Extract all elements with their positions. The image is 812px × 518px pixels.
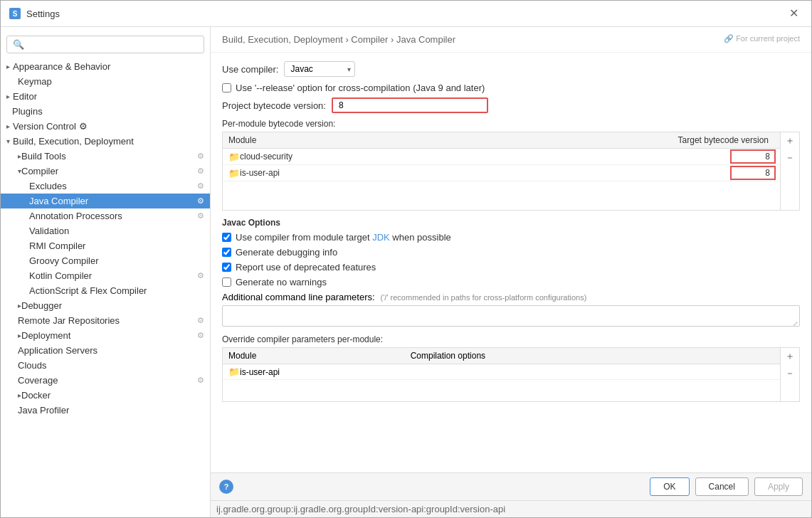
sidebar-item-java-compiler[interactable]: Java Compiler ⚙ [1, 194, 210, 208]
use-compiler-label: Use compiler: [222, 64, 278, 75]
remove-override-button[interactable]: － [781, 365, 799, 382]
use-compiler-row: Use compiler: Javac Eclipse Ajc [222, 61, 800, 77]
cross-compile-row: Use '--release' option for cross-compila… [222, 83, 800, 93]
sidebar-item-label: ActionScript & Flex Compiler [29, 285, 204, 296]
sidebar-item-groovy-compiler[interactable]: Groovy Compiler [1, 253, 210, 268]
sidebar-item-label: Deployment [21, 330, 197, 341]
sidebar-item-label: Excludes [29, 181, 197, 191]
cross-compile-checkbox[interactable] [222, 83, 231, 92]
bottom-bar: ? OK Cancel Apply [211, 472, 811, 500]
project-note: 🔗 For current project [724, 34, 800, 43]
sidebar-item-version-control[interactable]: ▸ Version Control ⚙ [1, 119, 210, 134]
sidebar-item-label: Annotation Processors [29, 211, 197, 221]
javac-check-generate-debug: Generate debugging info [222, 247, 800, 258]
main-content: Use compiler: Javac Eclipse Ajc Use '--r… [211, 53, 811, 472]
dialog-content: 🔍 ▸ Appearance & Behavior Keymap ▸ Edito… [1, 27, 811, 517]
gear-icon: ⚙ [197, 166, 204, 176]
jdk-link[interactable]: JDK [372, 232, 390, 243]
sidebar-item-label: Coverage [18, 375, 197, 386]
dialog-title: Settings [26, 9, 60, 19]
sidebar-item-label: Clouds [18, 360, 204, 371]
main-panel: Build, Execution, Deployment › Compiler … [211, 27, 811, 517]
search-box[interactable]: 🔍 [6, 36, 204, 53]
table-row[interactable]: 📁 cloud-security 8 [223, 149, 780, 165]
sidebar-item-clouds[interactable]: Clouds [1, 358, 210, 373]
additional-params-note: ('/' recommended in paths for cross-plat… [381, 293, 587, 302]
sidebar-item-label: Debugger [21, 300, 204, 311]
status-bar: ij.gradle.org.group:ij.gradle.org.groupI… [211, 500, 811, 517]
sidebar-item-actionscript[interactable]: ActionScript & Flex Compiler [1, 283, 210, 298]
expand-icon: ⤢ [793, 320, 798, 327]
sidebar-item-build-tools[interactable]: ▸ Build Tools ⚙ [1, 149, 210, 164]
sidebar-item-remote-jar[interactable]: Remote Jar Repositories ⚙ [1, 313, 210, 328]
bytecode-version-input[interactable] [332, 97, 488, 113]
chevron-icon: ▸ [6, 122, 10, 130]
add-module-button[interactable]: ＋ [781, 132, 799, 149]
sidebar-item-label: Compiler [21, 166, 197, 176]
sidebar-item-label: Build Tools [21, 151, 197, 162]
module-table-header: Module Target bytecode version [223, 132, 780, 149]
sidebar-item-app-servers[interactable]: Application Servers [1, 343, 210, 358]
help-button[interactable]: ? [219, 480, 233, 494]
search-input[interactable] [27, 40, 198, 50]
javac-options-label: Javac Options [222, 218, 800, 228]
override-action-buttons: ＋ － [781, 347, 800, 402]
override-module-col-header: Module [228, 351, 411, 361]
table-action-buttons: ＋ － [781, 132, 800, 211]
additional-params-label: Additional command line parameters: [222, 292, 375, 302]
title-bar: S Settings ✕ [1, 1, 811, 27]
per-module-label: Per-module bytecode version: [222, 119, 800, 129]
generate-no-warnings-label: Generate no warnings [236, 277, 327, 287]
sidebar-item-deployment[interactable]: ▸ Deployment ⚙ [1, 328, 210, 343]
override-table-header: Module Compilation options [223, 348, 780, 364]
sidebar-item-compiler[interactable]: ▾ Compiler ⚙ [1, 164, 210, 179]
add-override-button[interactable]: ＋ [781, 348, 799, 365]
table-row[interactable]: 📁 is-user-api 8 [223, 165, 780, 181]
target-version: 8 [732, 167, 774, 179]
status-text: ij.gradle.org.group:ij.gradle.org.groupI… [216, 504, 505, 514]
chevron-icon: ▾ [6, 137, 10, 145]
chevron-icon: ▸ [6, 63, 10, 70]
additional-params-input[interactable] [222, 305, 800, 327]
sidebar-item-java-profiler[interactable]: Java Profiler [1, 403, 210, 418]
close-button[interactable]: ✕ [785, 6, 803, 21]
target-version: 8 [732, 151, 774, 162]
title-bar-left: S Settings [9, 8, 60, 19]
folder-icon: 📁 [228, 366, 240, 377]
generate-debug-checkbox[interactable] [222, 248, 231, 257]
apply-button[interactable]: Apply [754, 477, 803, 496]
sidebar-item-keymap[interactable]: Keymap [1, 74, 210, 89]
sidebar-item-excludes[interactable]: Excludes ⚙ [1, 179, 210, 194]
override-table-row[interactable]: 📁 is-user-api [223, 364, 780, 380]
table-empty-space [223, 181, 780, 210]
target-col-header: Target bytecode version [646, 135, 774, 145]
use-module-checkbox[interactable] [222, 233, 231, 242]
sidebar-item-editor[interactable]: ▸ Editor [1, 89, 210, 104]
sidebar-item-label: Kotlin Compiler [29, 270, 197, 281]
compiler-select[interactable]: Javac Eclipse Ajc [284, 61, 355, 77]
sidebar-item-docker[interactable]: ▸ Docker [1, 388, 210, 403]
sidebar-item-appearance[interactable]: ▸ Appearance & Behavior [1, 59, 210, 74]
sidebar-item-kotlin-compiler[interactable]: Kotlin Compiler ⚙ [1, 268, 210, 283]
settings-dialog: S Settings ✕ 🔍 ▸ Appearance & Behavior K… [0, 0, 812, 518]
remove-module-button[interactable]: － [781, 149, 799, 166]
cancel-button[interactable]: Cancel [695, 477, 749, 496]
sidebar-item-build-execution[interactable]: ▾ Build, Execution, Deployment [1, 134, 210, 149]
sidebar-item-label: Build, Execution, Deployment [13, 136, 134, 147]
generate-no-warnings-checkbox[interactable] [222, 278, 231, 287]
sidebar-item-debugger[interactable]: ▸ Debugger [1, 298, 210, 313]
sidebar-item-validation[interactable]: Validation [1, 223, 210, 238]
module-table-inner: Module Target bytecode version 📁 cloud-s… [222, 132, 781, 211]
sidebar-item-rmi-compiler[interactable]: RMI Compiler [1, 238, 210, 253]
gear-icon: ⚙ [197, 316, 204, 325]
report-deprecated-checkbox[interactable] [222, 263, 231, 272]
ok-button[interactable]: OK [650, 477, 689, 496]
javac-options-section: Javac Options Use compiler from module t… [222, 218, 800, 402]
sidebar-item-annotation-processors[interactable]: Annotation Processors ⚙ [1, 208, 210, 223]
override-table-wrapper: Module Compilation options 📁 is-user-api [222, 347, 800, 402]
sidebar-item-coverage[interactable]: Coverage ⚙ [1, 373, 210, 388]
bytecode-version-row: Project bytecode version: [222, 97, 800, 113]
override-module-name: is-user-api [240, 367, 418, 377]
javac-check-no-warnings: Generate no warnings [222, 277, 800, 287]
sidebar-item-plugins[interactable]: Plugins [1, 104, 210, 119]
